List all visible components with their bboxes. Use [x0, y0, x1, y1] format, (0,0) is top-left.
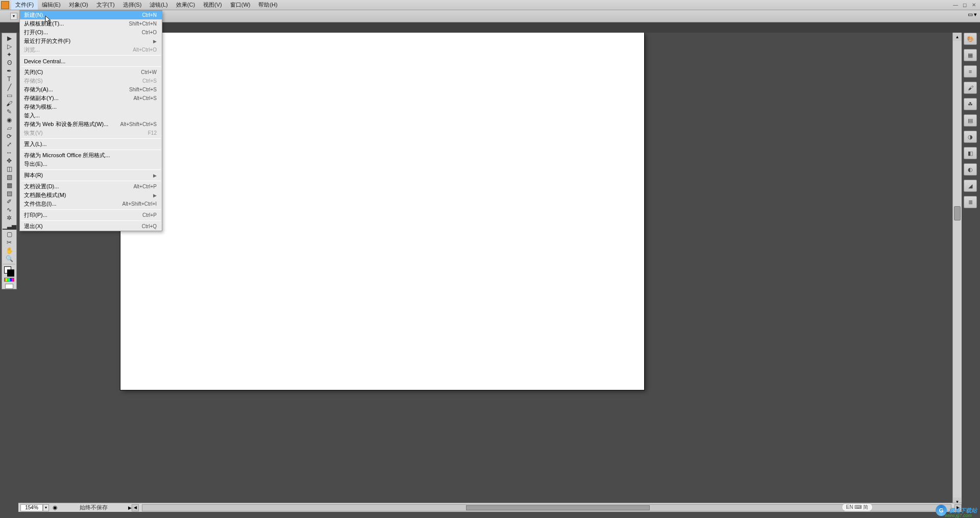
rectangle-tool[interactable]: ▭ — [3, 91, 15, 100]
menu-view[interactable]: 视图(V) — [199, 0, 226, 10]
scroll-thumb[interactable] — [954, 206, 961, 220]
width-tool[interactable]: ↔ — [3, 149, 15, 157]
screen-mode-icon[interactable]: ▾ — [974, 11, 977, 18]
stroke-panel-icon[interactable]: ≡ — [964, 65, 977, 78]
zoom-tool[interactable]: 🔍 — [3, 255, 15, 263]
file-menu-item[interactable]: 脚本(R)▶ — [20, 171, 162, 180]
mesh-tool[interactable]: ▦ — [3, 181, 15, 189]
shape-builder-tool[interactable]: ◫ — [3, 165, 15, 173]
menu-effect[interactable]: 效果(C) — [172, 0, 199, 10]
brushes-panel-icon[interactable]: 🖌 — [964, 82, 977, 94]
vertical-scrollbar[interactable]: ▲ ▼ — [952, 33, 962, 506]
close-button[interactable]: ✕ — [970, 1, 978, 8]
menu-edit[interactable]: 编辑(E) — [38, 0, 65, 10]
lasso-tool[interactable]: ʘ — [3, 59, 15, 67]
gradient-panel-icon[interactable]: ◢ — [964, 180, 977, 192]
file-menu-item[interactable]: 存储为 Microsoft Office 所用格式... — [20, 151, 162, 160]
menu-file[interactable]: 文件(F) — [11, 0, 38, 10]
file-menu-item[interactable]: 存储为 Web 和设备所用格式(W)...Alt+Shift+Ctrl+S — [20, 120, 162, 129]
zoom-dropdown[interactable]: ▾ — [43, 504, 49, 511]
hand-tool[interactable]: ✋ — [3, 246, 15, 255]
color-spectrum-icon[interactable] — [4, 278, 14, 282]
menu-item-label: 导出(E)... — [24, 160, 157, 168]
menu-item-label: 文件信息(I)... — [24, 200, 122, 208]
file-menu-item[interactable]: 新建(N)...Ctrl+N — [20, 11, 162, 19]
ime-indicator[interactable]: EN ⌨ 简 — [842, 503, 873, 511]
column-graph-tool[interactable]: ▁▃▅ — [3, 222, 15, 230]
maximize-button[interactable]: ◻ — [961, 1, 969, 8]
file-menu-item[interactable]: 导出(E)... — [20, 160, 162, 168]
symbol-sprayer-tool[interactable]: ✲ — [3, 214, 15, 222]
file-menu-item[interactable]: 关闭(C)Ctrl+W — [20, 68, 162, 77]
symbols-panel-icon[interactable]: ☘ — [964, 98, 977, 110]
appearance-panel-icon[interactable]: ◑ — [964, 131, 977, 143]
file-menu-item[interactable]: 文件信息(I)...Alt+Shift+Ctrl+I — [20, 200, 162, 208]
fill-stroke-swatches[interactable] — [3, 266, 15, 277]
blob-brush-tool[interactable]: ◉ — [3, 116, 15, 124]
artboard-tool[interactable]: ▢ — [3, 230, 15, 238]
zoom-field[interactable]: 154% — [20, 504, 43, 511]
scroll-up-arrow[interactable]: ▲ — [953, 33, 962, 41]
perspective-tool[interactable]: ▧ — [3, 173, 15, 181]
document-status-menu[interactable]: ▶ — [128, 505, 132, 510]
horizontal-scrollbar[interactable] — [142, 504, 951, 511]
menu-window[interactable]: 窗口(W) — [226, 0, 255, 10]
navigator-icon[interactable]: ◉ — [51, 504, 59, 511]
app-icon — [1, 1, 9, 9]
direct-selection-tool[interactable]: ▷ — [3, 42, 15, 51]
file-menu-item[interactable]: 签入... — [20, 111, 162, 120]
file-menu-item[interactable]: 文档颜色模式(M)▶ — [20, 191, 162, 200]
file-menu-item[interactable]: Device Central... — [20, 57, 162, 65]
type-tool[interactable]: T — [3, 75, 15, 83]
paintbrush-tool[interactable]: 🖌 — [3, 100, 15, 108]
graphic-styles-panel-icon[interactable]: ◧ — [964, 147, 977, 159]
layers-panel-icon[interactable]: ▤ — [964, 114, 977, 127]
file-menu-item[interactable]: 文档设置(D)...Alt+Ctrl+P — [20, 182, 162, 191]
file-menu-item[interactable]: 存储为(A)...Shift+Ctrl+S — [20, 85, 162, 94]
blend-tool[interactable]: ∿ — [3, 206, 15, 214]
gradient-tool[interactable]: ▤ — [3, 189, 15, 198]
magic-wand-tool[interactable]: ✦ — [3, 51, 15, 59]
minimize-button[interactable]: — — [951, 1, 960, 8]
scale-tool[interactable]: ⤢ — [3, 140, 15, 149]
hscroll-left-arrow[interactable]: ◀ — [132, 504, 139, 511]
transparency-panel-icon[interactable]: ◐ — [964, 163, 977, 176]
menu-filter[interactable]: 滤镜(L) — [145, 0, 172, 10]
line-tool[interactable]: ╱ — [3, 83, 15, 91]
menu-help[interactable]: 帮助(H) — [254, 0, 281, 10]
eyedropper-tool[interactable]: ✐ — [3, 198, 15, 206]
stroke-swatch[interactable] — [7, 269, 14, 277]
swatches-panel-icon[interactable]: ▦ — [964, 49, 977, 61]
menu-type[interactable]: 文字(T) — [92, 0, 119, 10]
selection-tool[interactable]: ▶ — [3, 34, 15, 42]
rotate-tool[interactable]: ⟳ — [3, 132, 15, 140]
color-panel-icon[interactable]: 🎨 — [964, 33, 977, 45]
file-menu-item[interactable]: 打开(O)...Ctrl+O — [20, 28, 162, 37]
menu-select[interactable]: 选择(S) — [119, 0, 146, 10]
file-menu-item[interactable]: 最近打开的文件(F)▶ — [20, 37, 162, 45]
slice-tool[interactable]: ✂ — [3, 238, 15, 246]
artboard[interactable] — [120, 33, 644, 390]
workspace-switcher-icon[interactable]: ▭ — [968, 11, 973, 18]
options-dropdown[interactable]: ▾ — [10, 13, 17, 20]
file-menu-item[interactable]: 打印(P)...Ctrl+P — [20, 211, 162, 219]
pencil-tool[interactable]: ✎ — [3, 108, 15, 116]
eraser-tool[interactable]: ▱ — [3, 124, 15, 132]
file-menu-item[interactable]: 存储副本(Y)...Alt+Ctrl+S — [20, 94, 162, 103]
menu-item-label: 退出(X) — [24, 223, 142, 230]
file-menu-item[interactable]: 退出(X)Ctrl+Q — [20, 222, 162, 231]
free-transform-tool[interactable]: ✥ — [3, 157, 15, 165]
file-menu-dropdown: 新建(N)...Ctrl+N从模板新建(T)...Shift+Ctrl+N打开(… — [19, 10, 162, 231]
screen-mode-button[interactable] — [5, 284, 13, 289]
align-panel-icon[interactable]: ≣ — [964, 196, 977, 208]
menu-divider — [21, 66, 161, 67]
hscroll-thumb[interactable] — [466, 505, 650, 510]
menu-item-label: 置入(L)... — [24, 140, 157, 148]
file-menu-item[interactable]: 从模板新建(T)...Shift+Ctrl+N — [20, 19, 162, 28]
menu-divider — [21, 138, 161, 139]
pen-tool[interactable]: ✒ — [3, 67, 15, 75]
file-menu-item[interactable]: 置入(L)... — [20, 140, 162, 149]
window-controls: — ◻ ✕ — [951, 1, 978, 8]
file-menu-item[interactable]: 存储为模板... — [20, 103, 162, 111]
menu-object[interactable]: 对象(O) — [65, 0, 92, 10]
